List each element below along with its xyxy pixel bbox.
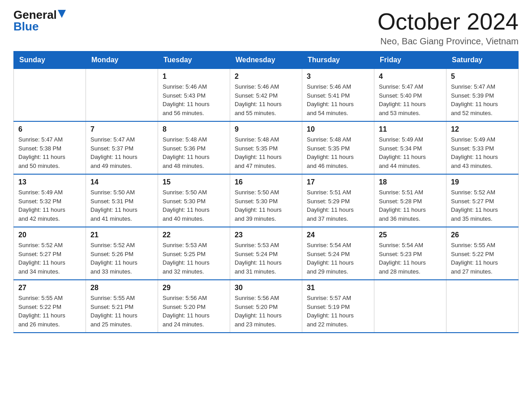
day-number: 7 [90,125,153,133]
calendar-header-row: SundayMondayTuesdayWednesdayThursdayFrid… [14,51,519,69]
day-number: 13 [18,178,81,186]
calendar-cell: 24Sunrise: 5:54 AMSunset: 5:24 PMDayligh… [302,227,374,280]
day-number: 1 [163,73,225,81]
day-number: 6 [18,125,81,133]
day-number: 29 [163,284,225,292]
day-number: 20 [18,231,81,239]
day-info: Sunrise: 5:49 AMSunset: 5:34 PMDaylight:… [379,135,442,170]
calendar-cell: 22Sunrise: 5:53 AMSunset: 5:25 PMDayligh… [158,227,230,280]
day-number: 3 [307,73,369,81]
calendar-cell: 3Sunrise: 5:46 AMSunset: 5:41 PMDaylight… [302,69,374,122]
calendar-cell: 31Sunrise: 5:57 AMSunset: 5:19 PMDayligh… [302,280,374,333]
calendar-cell: 23Sunrise: 5:53 AMSunset: 5:24 PMDayligh… [230,227,302,280]
day-number: 25 [379,231,442,239]
day-number: 15 [163,178,225,186]
calendar-cell: 9Sunrise: 5:48 AMSunset: 5:35 PMDaylight… [230,121,302,174]
day-number: 23 [235,231,297,239]
header-tuesday: Tuesday [158,51,230,69]
calendar-cell: 25Sunrise: 5:54 AMSunset: 5:23 PMDayligh… [374,227,446,280]
calendar-cell: 6Sunrise: 5:47 AMSunset: 5:38 PMDaylight… [14,121,86,174]
header-wednesday: Wednesday [230,51,302,69]
calendar-cell: 27Sunrise: 5:55 AMSunset: 5:22 PMDayligh… [14,280,86,333]
day-number: 4 [379,73,442,81]
day-info: Sunrise: 5:47 AMSunset: 5:39 PMDaylight:… [451,82,514,117]
calendar-cell [374,280,446,333]
day-info: Sunrise: 5:46 AMSunset: 5:42 PMDaylight:… [235,82,297,117]
day-info: Sunrise: 5:47 AMSunset: 5:37 PMDaylight:… [90,135,153,170]
day-number: 16 [235,178,297,186]
day-info: Sunrise: 5:57 AMSunset: 5:19 PMDaylight:… [307,294,369,329]
day-number: 9 [235,125,297,133]
day-number: 31 [307,284,369,292]
calendar-cell: 2Sunrise: 5:46 AMSunset: 5:42 PMDaylight… [230,69,302,122]
calendar-cell: 16Sunrise: 5:50 AMSunset: 5:30 PMDayligh… [230,174,302,227]
calendar-cell: 10Sunrise: 5:48 AMSunset: 5:35 PMDayligh… [302,121,374,174]
day-number: 8 [163,125,225,133]
day-number: 17 [307,178,369,186]
logo-blue-text: Blue [13,20,39,33]
day-info: Sunrise: 5:47 AMSunset: 5:40 PMDaylight:… [379,82,442,117]
month-title: October 2024 [378,9,519,34]
calendar-cell: 5Sunrise: 5:47 AMSunset: 5:39 PMDaylight… [446,69,519,122]
calendar-cell: 17Sunrise: 5:51 AMSunset: 5:29 PMDayligh… [302,174,374,227]
day-info: Sunrise: 5:53 AMSunset: 5:25 PMDaylight:… [163,241,225,276]
day-info: Sunrise: 5:53 AMSunset: 5:24 PMDaylight:… [235,241,297,276]
calendar-cell: 4Sunrise: 5:47 AMSunset: 5:40 PMDaylight… [374,69,446,122]
calendar-cell: 29Sunrise: 5:56 AMSunset: 5:20 PMDayligh… [158,280,230,333]
day-info: Sunrise: 5:50 AMSunset: 5:30 PMDaylight:… [235,188,297,223]
day-info: Sunrise: 5:48 AMSunset: 5:35 PMDaylight:… [235,135,297,170]
calendar-cell: 15Sunrise: 5:50 AMSunset: 5:30 PMDayligh… [158,174,230,227]
day-info: Sunrise: 5:46 AMSunset: 5:43 PMDaylight:… [163,82,225,117]
day-info: Sunrise: 5:55 AMSunset: 5:21 PMDaylight:… [90,294,153,329]
calendar-cell: 12Sunrise: 5:49 AMSunset: 5:33 PMDayligh… [446,121,519,174]
calendar-cell: 14Sunrise: 5:50 AMSunset: 5:31 PMDayligh… [86,174,158,227]
day-info: Sunrise: 5:50 AMSunset: 5:30 PMDaylight:… [163,188,225,223]
calendar-cell: 26Sunrise: 5:55 AMSunset: 5:22 PMDayligh… [446,227,519,280]
day-number: 14 [90,178,153,186]
location-title: Neo, Bac Giang Province, Vietnam [378,36,519,47]
title-block: October 2024 Neo, Bac Giang Province, Vi… [378,9,519,47]
calendar-cell: 20Sunrise: 5:52 AMSunset: 5:27 PMDayligh… [14,227,86,280]
day-info: Sunrise: 5:50 AMSunset: 5:31 PMDaylight:… [90,188,153,223]
day-info: Sunrise: 5:48 AMSunset: 5:35 PMDaylight:… [307,135,369,170]
day-info: Sunrise: 5:52 AMSunset: 5:26 PMDaylight:… [90,241,153,276]
calendar-cell [86,69,158,122]
calendar-table: SundayMondayTuesdayWednesdayThursdayFrid… [13,51,519,333]
header-thursday: Thursday [302,51,374,69]
day-info: Sunrise: 5:56 AMSunset: 5:20 PMDaylight:… [235,294,297,329]
calendar-cell: 11Sunrise: 5:49 AMSunset: 5:34 PMDayligh… [374,121,446,174]
calendar-cell [14,69,86,122]
header-friday: Friday [374,51,446,69]
day-info: Sunrise: 5:54 AMSunset: 5:23 PMDaylight:… [379,241,442,276]
day-info: Sunrise: 5:52 AMSunset: 5:27 PMDaylight:… [18,241,81,276]
day-info: Sunrise: 5:54 AMSunset: 5:24 PMDaylight:… [307,241,369,276]
day-info: Sunrise: 5:51 AMSunset: 5:29 PMDaylight:… [307,188,369,223]
calendar-cell: 28Sunrise: 5:55 AMSunset: 5:21 PMDayligh… [86,280,158,333]
day-info: Sunrise: 5:47 AMSunset: 5:38 PMDaylight:… [18,135,81,170]
logo: General Blue [13,9,66,32]
calendar-week-row: 20Sunrise: 5:52 AMSunset: 5:27 PMDayligh… [14,227,519,280]
header-monday: Monday [86,51,158,69]
calendar-cell: 8Sunrise: 5:48 AMSunset: 5:36 PMDaylight… [158,121,230,174]
calendar-cell: 18Sunrise: 5:51 AMSunset: 5:28 PMDayligh… [374,174,446,227]
day-info: Sunrise: 5:55 AMSunset: 5:22 PMDaylight:… [451,241,514,276]
day-number: 12 [451,125,514,133]
calendar-week-row: 27Sunrise: 5:55 AMSunset: 5:22 PMDayligh… [14,280,519,333]
calendar-cell: 7Sunrise: 5:47 AMSunset: 5:37 PMDaylight… [86,121,158,174]
day-number: 22 [163,231,225,239]
day-info: Sunrise: 5:56 AMSunset: 5:20 PMDaylight:… [163,294,225,329]
day-number: 24 [307,231,369,239]
day-info: Sunrise: 5:52 AMSunset: 5:27 PMDaylight:… [451,188,514,223]
day-number: 11 [379,125,442,133]
day-number: 10 [307,125,369,133]
day-info: Sunrise: 5:48 AMSunset: 5:36 PMDaylight:… [163,135,225,170]
day-number: 2 [235,73,297,81]
day-number: 18 [379,178,442,186]
calendar-week-row: 13Sunrise: 5:49 AMSunset: 5:32 PMDayligh… [14,174,519,227]
day-number: 19 [451,178,514,186]
svg-marker-0 [58,10,66,18]
day-number: 30 [235,284,297,292]
day-number: 26 [451,231,514,239]
day-number: 21 [90,231,153,239]
day-number: 28 [90,284,153,292]
